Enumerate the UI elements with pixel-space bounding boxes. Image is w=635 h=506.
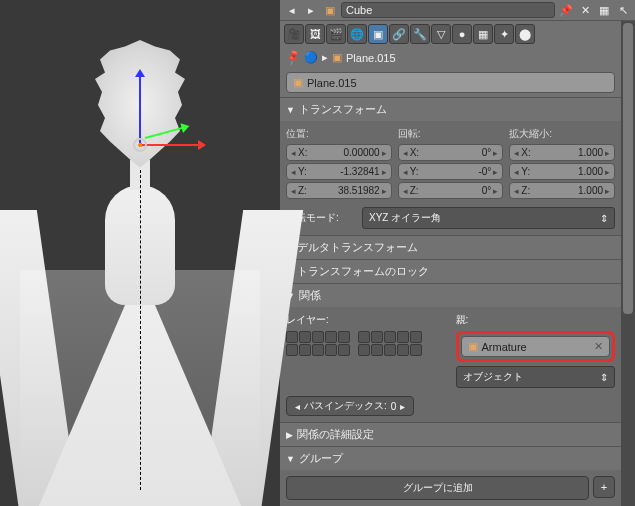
triangle-down-icon: ▼ [286, 105, 295, 115]
tab-scene[interactable]: 🎬 [326, 24, 346, 44]
3d-viewport[interactable] [0, 0, 280, 506]
tab-data[interactable]: ▽ [431, 24, 451, 44]
rotation-mode-select[interactable]: XYZ オイラー角 ⇕ [362, 207, 615, 229]
parent-label: 親: [456, 313, 616, 327]
menu-icon[interactable]: ▦ [596, 2, 612, 18]
close-icon[interactable]: ✕ [577, 2, 593, 18]
tab-render-layers[interactable]: 🖼 [305, 24, 325, 44]
breadcrumb: 📌 🔵 ▸ ▣ Plane.015 [280, 47, 621, 68]
scale-x[interactable]: ◂X:1.000▸ [509, 144, 615, 161]
rotation-z[interactable]: ◂Z:0°▸ [398, 182, 504, 199]
tab-object[interactable]: ▣ [368, 24, 388, 44]
chevron-updown-icon: ⇕ [600, 372, 608, 383]
location-x[interactable]: ◂X:0.00000▸ [286, 144, 392, 161]
tab-modifiers[interactable]: 🔧 [410, 24, 430, 44]
properties-tabs: 🎥 🖼 🎬 🌐 ▣ 🔗 🔧 ▽ ● ▦ ✦ ⬤ [280, 21, 621, 47]
pin-icon[interactable]: 📌 [558, 2, 574, 18]
forward-icon[interactable]: ▸ [303, 2, 319, 18]
tab-particles[interactable]: ✦ [494, 24, 514, 44]
chevron-updown-icon: ⇕ [600, 213, 608, 224]
parent-highlight: ▣ Armature ✕ [456, 331, 616, 362]
parent-line-icon [140, 170, 141, 490]
triangle-right-icon: ▶ [286, 430, 293, 440]
z-axis-icon[interactable] [139, 75, 141, 145]
layer-selector[interactable] [286, 331, 446, 356]
object-name-input[interactable]: ▣ Plane.015 [286, 72, 615, 93]
mesh-icon: ▣ [322, 2, 338, 18]
rotation-y[interactable]: ◂Y:-0°▸ [398, 163, 504, 180]
pin-icon[interactable]: 📌 [284, 48, 303, 66]
parent-field[interactable]: ▣ Armature ✕ [461, 336, 611, 357]
datablock-name: Cube [346, 4, 372, 16]
mesh-icon: ▣ [332, 51, 342, 64]
relations-detail-header[interactable]: ▶ 関係の詳細設定 [280, 423, 621, 446]
add-to-group-button[interactable]: グループに追加 [286, 476, 589, 500]
scale-y[interactable]: ◂Y:1.000▸ [509, 163, 615, 180]
tab-constraints[interactable]: 🔗 [389, 24, 409, 44]
layers-label: レイヤー: [286, 313, 446, 327]
transform-lock-header[interactable]: ▶ トランスフォームのロック [280, 260, 621, 283]
add-group-plus-button[interactable]: + [593, 476, 615, 498]
tab-render[interactable]: 🎥 [284, 24, 304, 44]
cursor-icon[interactable]: ↖ [615, 2, 631, 18]
group-header[interactable]: ▼ グループ [280, 447, 621, 470]
mesh-icon: ▣ [293, 76, 303, 89]
properties-panel: ◂ ▸ ▣ Cube 📌 ✕ ▦ ↖ 🎥 🖼 🎬 🌐 ▣ 🔗 🔧 ▽ ● ▦ ✦ [280, 0, 635, 506]
tab-material[interactable]: ● [452, 24, 472, 44]
header-bar: ◂ ▸ ▣ Cube 📌 ✕ ▦ ↖ [280, 0, 635, 21]
chevron-right-icon: ▸ [322, 51, 328, 64]
scale-z[interactable]: ◂Z:1.000▸ [509, 182, 615, 199]
rotation-x[interactable]: ◂X:0°▸ [398, 144, 504, 161]
breadcrumb-object: Plane.015 [346, 52, 396, 64]
breadcrumb-world-icon: 🔵 [304, 51, 318, 64]
origin-icon[interactable] [133, 138, 147, 152]
pass-index-field[interactable]: ◂ パスインデックス: 0 ▸ [286, 396, 414, 416]
location-y[interactable]: ◂Y:-1.32841▸ [286, 163, 392, 180]
back-icon[interactable]: ◂ [284, 2, 300, 18]
location-z[interactable]: ◂Z:38.51982▸ [286, 182, 392, 199]
mesh-icon: ▣ [468, 340, 478, 353]
tab-world[interactable]: 🌐 [347, 24, 367, 44]
datablock-select[interactable]: Cube [341, 2, 555, 18]
delta-transform-header[interactable]: ▶ デルタトランスフォーム [280, 236, 621, 259]
clear-icon[interactable]: ✕ [594, 340, 603, 353]
rotation-label: 回転: [398, 127, 504, 141]
x-axis-icon[interactable] [140, 144, 200, 146]
object-name-value: Plane.015 [307, 77, 357, 89]
parent-value: Armature [482, 341, 527, 353]
location-label: 位置: [286, 127, 392, 141]
transform-section-header[interactable]: ▼ トランスフォーム [280, 98, 621, 121]
tab-texture[interactable]: ▦ [473, 24, 493, 44]
triangle-down-icon: ▼ [286, 454, 295, 464]
relations-header[interactable]: ▼ 関係 [280, 284, 621, 307]
tab-physics[interactable]: ⬤ [515, 24, 535, 44]
transform-title: トランスフォーム [299, 102, 387, 117]
parent-type-select[interactable]: オブジェクト ⇕ [456, 366, 616, 388]
scale-label: 拡大縮小: [509, 127, 615, 141]
scrollbar[interactable] [621, 21, 635, 506]
